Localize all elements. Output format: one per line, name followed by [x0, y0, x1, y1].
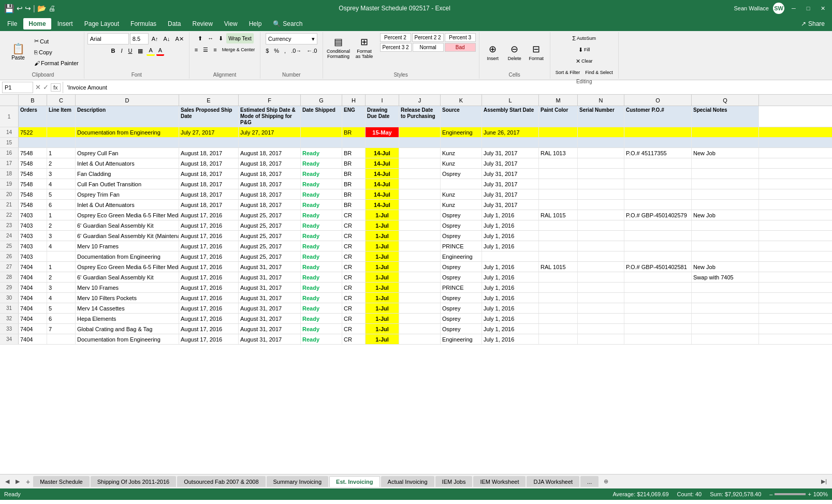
cell-31-q[interactable] [692, 303, 759, 313]
decrease-font-size[interactable]: A↓ [162, 34, 172, 44]
col-header-j[interactable]: J [399, 95, 441, 106]
cell-32-h[interactable]: CR [342, 314, 366, 323]
col-header-e[interactable]: E [179, 95, 239, 106]
col-header-o[interactable]: O [624, 95, 692, 106]
cell-27-d[interactable]: Osprey Eco Green Media 6-5 Filter Media [76, 262, 179, 272]
cell-17-c[interactable]: 2 [47, 158, 76, 168]
cell-30-c[interactable]: 4 [47, 293, 76, 303]
cell-21-g[interactable]: Ready [301, 200, 342, 210]
cell-22-m[interactable]: RAL 1015 [539, 210, 578, 220]
cell-28-h[interactable]: CR [342, 272, 366, 282]
col-header-m[interactable]: M [539, 95, 578, 106]
cell-17-l[interactable]: July 31, 2017 [482, 158, 539, 168]
cell-34-e[interactable]: August 17, 2016 [179, 334, 239, 344]
delete-button[interactable]: ⊖ Delete [504, 38, 525, 66]
cell-24-f[interactable]: August 25, 2017 [239, 231, 301, 241]
cell-25-l[interactable]: July 1, 2016 [482, 241, 539, 251]
cell-22-c[interactable]: 1 [47, 210, 76, 220]
zoom-slider[interactable] [775, 493, 806, 495]
cell-20-k[interactable]: Kunz [441, 189, 482, 199]
cell-15-j[interactable] [399, 138, 441, 147]
cell-18-j[interactable] [399, 169, 441, 179]
cell-23-d[interactable]: 6' Guardian Seal Assembly Kit [76, 220, 179, 230]
cell-30-j[interactable] [399, 293, 441, 303]
cell-31-d[interactable]: Merv 14 Cassettes [76, 303, 179, 313]
cell-32-i[interactable]: 1-Jul [366, 314, 399, 323]
tab-prev-btn[interactable]: ◀ [2, 478, 12, 485]
cell-28-n[interactable] [578, 272, 624, 282]
cell-33-d[interactable]: Global Crating and Bag & Tag [76, 324, 179, 334]
cell-1-d[interactable]: Description [76, 106, 179, 127]
cell-34-g[interactable]: Ready [301, 334, 342, 344]
cell-33-m[interactable] [539, 324, 578, 334]
paste-button[interactable]: 📋 Paste [5, 37, 31, 68]
cell-26-f[interactable]: August 25, 2017 [239, 251, 301, 261]
conditional-formatting-button[interactable]: ▤ Conditional Formatting [326, 33, 351, 62]
cell-23-k[interactable]: Osprey [441, 220, 482, 230]
cell-21-l[interactable]: July 31, 2017 [482, 200, 539, 210]
comma-button[interactable]: , [282, 46, 288, 56]
cell-27-h[interactable]: CR [342, 262, 366, 272]
cell-33-f[interactable]: August 31, 2017 [239, 324, 301, 334]
cell-26-e[interactable]: August 17, 2016 [179, 251, 239, 261]
cell-19-j[interactable] [399, 179, 441, 189]
cell-30-d[interactable]: Merv 10 Filters Pockets [76, 293, 179, 303]
menu-search[interactable]: 🔍Search [268, 18, 308, 29]
cell-27-k[interactable]: Osprey [441, 262, 482, 272]
menu-review[interactable]: Review [187, 18, 217, 29]
col-header-b[interactable]: B [19, 95, 47, 106]
cell-18-i[interactable]: 14-Jul [366, 169, 399, 179]
cell-19-h[interactable]: BR [342, 179, 366, 189]
normal-style[interactable]: Normal [413, 43, 444, 52]
cell-18-k[interactable]: Osprey [441, 169, 482, 179]
cell-19-g[interactable]: Ready [301, 179, 342, 189]
cell-21-o[interactable] [624, 200, 692, 210]
cell-23-c[interactable]: 2 [47, 220, 76, 230]
italic-button[interactable]: I [119, 46, 124, 56]
cell-25-j[interactable] [399, 241, 441, 251]
cell-16-g[interactable]: Ready [301, 148, 342, 158]
cell-26-g[interactable]: Ready [301, 251, 342, 261]
cell-33-i[interactable]: 1-Jul [366, 324, 399, 334]
cell-19-k[interactable] [441, 179, 482, 189]
col-header-d[interactable]: D [76, 95, 179, 106]
cell-24-j[interactable] [399, 231, 441, 241]
cell-33-b[interactable]: 7404 [19, 324, 47, 334]
cell-15-c[interactable] [47, 138, 76, 147]
cell-28-i[interactable]: 1-Jul [366, 272, 399, 282]
cell-14-d[interactable]: Documentation from Engineering [76, 127, 179, 137]
cell-29-e[interactable]: August 17, 2016 [179, 283, 239, 292]
cell-31-f[interactable]: August 31, 2017 [239, 303, 301, 313]
percent32-style[interactable]: Percent 3 2 [380, 43, 412, 52]
cell-18-e[interactable]: August 18, 2017 [179, 169, 239, 179]
cell-26-d[interactable]: Documentation from Engineering [76, 251, 179, 261]
sheet-tab-summary-invoicing[interactable]: Summary Invoicing [267, 476, 329, 487]
cell-14-i[interactable]: 15-May [366, 127, 399, 137]
cell-22-n[interactable] [578, 210, 624, 220]
col-header-f[interactable]: F [239, 95, 301, 106]
cell-15-q[interactable] [692, 138, 759, 147]
cell-32-l[interactable]: July 1, 2016 [482, 314, 539, 323]
cancel-formula-btn[interactable]: ✕ [35, 83, 41, 91]
cell-19-l[interactable]: July 31, 2017 [482, 179, 539, 189]
cell-26-c[interactable] [47, 251, 76, 261]
cell-15-f[interactable] [239, 138, 301, 147]
menu-formulas[interactable]: Formulas [125, 18, 162, 29]
col-header-i[interactable]: I [366, 95, 399, 106]
cell-33-g[interactable]: Ready [301, 324, 342, 334]
share-button[interactable]: ↗Share [796, 18, 830, 29]
formula-input[interactable]: 'Invoice Amount [63, 82, 830, 93]
cell-29-i[interactable]: 1-Jul [366, 283, 399, 292]
cell-21-j[interactable] [399, 200, 441, 210]
cell-24-i[interactable]: 1-Jul [366, 231, 399, 241]
cell-30-h[interactable]: CR [342, 293, 366, 303]
cell-14-h[interactable]: BR [342, 127, 366, 137]
cell-34-i[interactable]: 1-Jul [366, 334, 399, 344]
cell-32-q[interactable] [692, 314, 759, 323]
increase-font-size[interactable]: A↑ [150, 34, 160, 44]
cell-28-o[interactable] [624, 272, 692, 282]
bold-button[interactable]: B [109, 46, 117, 56]
cell-19-e[interactable]: August 18, 2017 [179, 179, 239, 189]
zoom-out-btn[interactable]: – [769, 491, 772, 497]
cell-21-f[interactable]: August 18, 2017 [239, 200, 301, 210]
